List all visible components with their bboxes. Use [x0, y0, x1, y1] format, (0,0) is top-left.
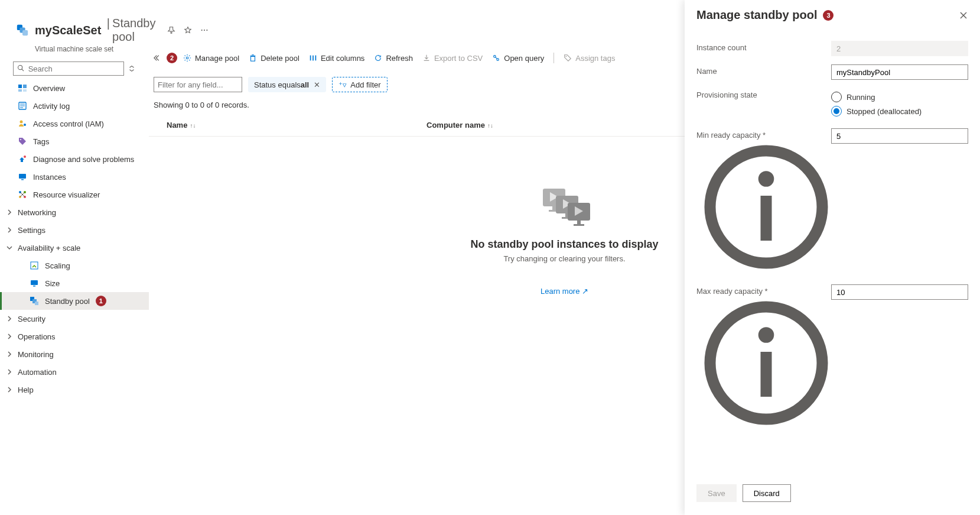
- sort-icon: ↑↓: [190, 122, 196, 129]
- nav-label: Access control (IAM): [33, 119, 104, 128]
- info-icon[interactable]: [699, 267, 834, 276]
- column-computer-label: Computer name: [426, 121, 485, 129]
- svg-rect-21: [21, 179, 24, 180]
- nav-access-control[interactable]: Access control (IAM): [0, 115, 149, 132]
- field-filter-input[interactable]: [154, 77, 242, 92]
- pill-value: all: [301, 80, 309, 89]
- refresh-button[interactable]: Refresh: [370, 50, 416, 66]
- name-input[interactable]: [831, 64, 968, 80]
- max-ready-text: Max ready capacity *: [696, 287, 768, 296]
- title-separator: |: [103, 17, 110, 44]
- nav-scaling[interactable]: Scaling: [0, 257, 149, 274]
- nav-instances[interactable]: Instances: [0, 168, 149, 186]
- empty-subtitle: Try changing or clearing your filters.: [503, 254, 625, 263]
- nav-group-operations[interactable]: Operations: [0, 328, 149, 345]
- min-ready-label: Min ready capacity *: [696, 128, 831, 276]
- nav-group-monitoring[interactable]: Monitoring: [0, 345, 149, 363]
- nav-activity-log[interactable]: Activity log: [0, 97, 149, 115]
- svg-point-17: [24, 124, 26, 126]
- svg-rect-29: [31, 280, 38, 285]
- open-query-label: Open query: [504, 54, 544, 63]
- overview-icon: [18, 83, 27, 93]
- radio-stopped-label: Stopped (deallocated): [846, 107, 922, 116]
- nav-group-automation[interactable]: Automation: [0, 363, 149, 381]
- download-icon: [422, 54, 431, 62]
- nav-label: Standby pool: [45, 297, 90, 306]
- chevron-right-icon: [6, 386, 13, 393]
- nav-label: Diagnose and solve problems: [33, 155, 134, 164]
- nav-label: Networking: [18, 208, 56, 217]
- annotation-3: 3: [823, 10, 834, 21]
- nav-size[interactable]: Size: [0, 274, 149, 292]
- edit-columns-button[interactable]: Edit columns: [305, 50, 368, 66]
- info-icon[interactable]: [699, 423, 834, 432]
- svg-point-64: [758, 327, 774, 343]
- nav-group-help[interactable]: Help: [0, 381, 149, 399]
- sort-icon: ↑↓: [487, 122, 493, 129]
- min-ready-text: Min ready capacity *: [696, 131, 766, 140]
- chevron-right-icon: [6, 226, 13, 234]
- query-icon: [492, 54, 500, 62]
- delete-pool-button[interactable]: Delete pool: [245, 50, 303, 66]
- nav-search[interactable]: [13, 61, 124, 76]
- empty-title: No standby pool instances to display: [470, 238, 658, 251]
- nav-group-security[interactable]: Security: [0, 310, 149, 328]
- nav-group-availability[interactable]: Availability + scale: [0, 239, 149, 257]
- svg-rect-30: [33, 286, 35, 287]
- add-filter-button[interactable]: ⁺▿ Add filter: [332, 77, 387, 92]
- nav-label: Operations: [18, 332, 56, 341]
- assign-tags-label: Assign tags: [575, 54, 615, 63]
- svg-rect-2: [22, 30, 28, 35]
- nav-overview[interactable]: Overview: [0, 79, 149, 97]
- svg-point-18: [20, 139, 21, 140]
- svg-line-43: [496, 57, 497, 59]
- column-name-label: Name: [167, 121, 187, 129]
- svg-rect-47: [552, 206, 556, 210]
- open-query-button[interactable]: Open query: [489, 50, 548, 66]
- nav-tags[interactable]: Tags: [0, 132, 149, 150]
- nav-diagnose[interactable]: Diagnose and solve problems: [0, 150, 149, 168]
- standby-pool-icon: [30, 296, 39, 306]
- nav-resource-visualizer[interactable]: Resource visualizer: [0, 186, 149, 203]
- save-button: Save: [696, 484, 737, 502]
- status-filter-pill[interactable]: Status equals all ✕: [248, 77, 326, 92]
- column-computer-name[interactable]: Computer name↑↓: [426, 121, 493, 129]
- manage-pool-panel: Manage standby pool 3 Instance count Nam…: [685, 0, 980, 515]
- manage-pool-button[interactable]: Manage pool: [180, 50, 243, 66]
- radio-icon[interactable]: [831, 92, 842, 102]
- vmss-icon: [16, 24, 29, 37]
- nav-label: Overview: [33, 84, 65, 93]
- nav-group-settings[interactable]: Settings: [0, 221, 149, 239]
- svg-point-42: [497, 59, 499, 61]
- max-ready-input[interactable]: [831, 284, 968, 300]
- min-ready-input[interactable]: [831, 128, 968, 144]
- nav-standby-pool[interactable]: Standby pool 1: [0, 292, 149, 310]
- expand-collapse-icon[interactable]: [128, 64, 136, 73]
- close-panel-icon[interactable]: [959, 11, 968, 20]
- radio-running[interactable]: Running: [831, 92, 968, 102]
- radio-stopped[interactable]: Stopped (deallocated): [831, 106, 968, 116]
- pill-prefix: Status equals: [254, 80, 301, 89]
- svg-rect-10: [18, 89, 22, 92]
- trash-icon: [249, 54, 257, 62]
- activity-log-icon: [18, 101, 27, 111]
- svg-rect-8: [18, 85, 22, 88]
- svg-point-44: [566, 56, 567, 57]
- svg-point-6: [18, 66, 22, 70]
- radio-icon[interactable]: [831, 106, 842, 116]
- nav-label: Tags: [33, 137, 49, 146]
- close-icon[interactable]: ✕: [314, 80, 320, 89]
- discard-button[interactable]: Discard: [743, 484, 791, 502]
- visualizer-icon: [18, 190, 27, 199]
- collapse-sidebar-icon[interactable]: [154, 54, 162, 62]
- nav-search-input[interactable]: [27, 64, 120, 74]
- chevron-right-icon: [6, 333, 13, 340]
- column-name[interactable]: Name↑↓: [167, 121, 426, 129]
- nav-label: Monitoring: [18, 350, 54, 359]
- provisioning-state-label: Provisioning state: [696, 88, 831, 99]
- instance-count-label: Instance count: [696, 41, 831, 52]
- nav-group-networking[interactable]: Networking: [0, 203, 149, 221]
- iam-icon: [18, 119, 27, 128]
- nav-label: Help: [18, 386, 34, 394]
- learn-more-link[interactable]: Learn more ↗: [541, 287, 588, 296]
